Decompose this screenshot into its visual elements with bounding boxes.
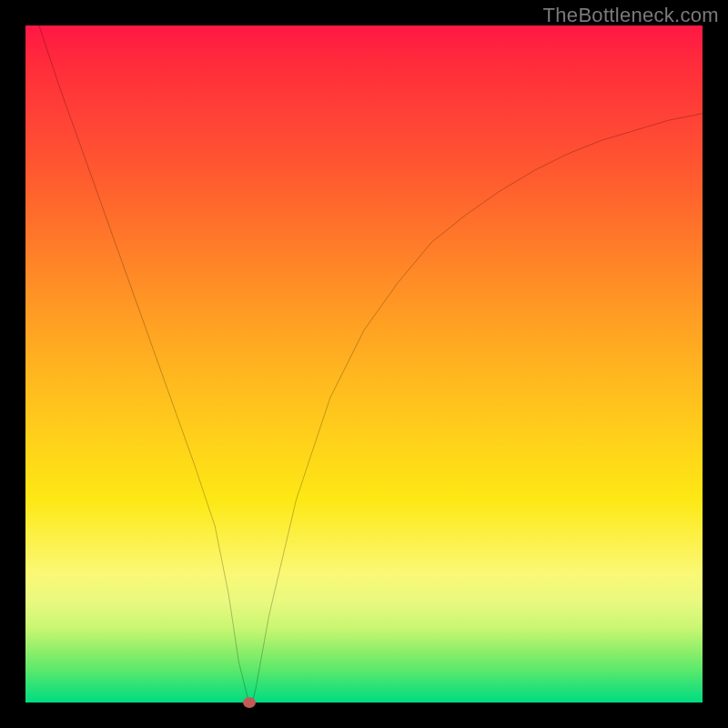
chart-frame: TheBottleneck.com (0, 0, 728, 728)
minimum-marker (243, 697, 256, 708)
watermark-text: TheBottleneck.com (543, 4, 719, 27)
plot-area (25, 25, 703, 703)
bottleneck-curve (25, 25, 703, 703)
